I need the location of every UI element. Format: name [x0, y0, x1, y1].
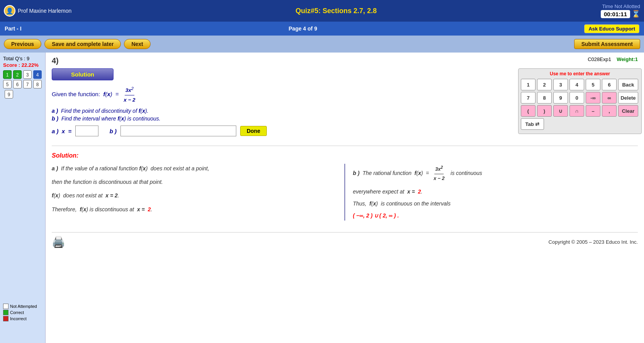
q-btn-8[interactable]: 8: [33, 80, 42, 88]
calc-btn-8[interactable]: 8: [537, 92, 552, 104]
calc-prompt: Use me to enter the answer: [521, 71, 639, 76]
sol-a-2: then the function is discontinuous at th…: [52, 177, 337, 187]
question-header: 4) C028Exp1 Weight:1: [52, 56, 638, 65]
calc-btn-delete[interactable]: Delete: [618, 92, 638, 104]
question-grid: 1 2 3 4 5 6 7 8: [3, 70, 42, 88]
calc-btn-4[interactable]: 4: [569, 79, 584, 90]
legend-incorrect: Incorrect: [3, 316, 42, 321]
previous-button[interactable]: Previous: [4, 39, 41, 49]
calc-btn-tab[interactable]: Tab ⇄: [521, 118, 544, 130]
main-layout: Total Q's : 9 Score : 22.22% 1 2 3 4 5 6…: [0, 53, 644, 343]
top-header: 👤 Prof Maxine Harlemon Quiz#5: Sections …: [0, 0, 644, 22]
calc-btn-open-paren[interactable]: (: [521, 105, 536, 117]
sol-b-intervals: ( −∞, 2 ) ∪ ( 2, ∞ ) .: [353, 211, 638, 221]
time-label: Time Not Allotted: [601, 3, 640, 9]
solution-button[interactable]: Solution: [52, 68, 114, 80]
fraction-display: 3x2 x − 2: [123, 84, 136, 105]
solution-columns: a ) If the value of a rational function …: [52, 164, 638, 221]
user-avatar: 👤: [4, 5, 15, 17]
calc-btn-comma[interactable]: ,: [602, 105, 617, 117]
solution-section: Solution: a ) If the value of a rational…: [52, 146, 638, 221]
legend-correct: Correct: [3, 310, 42, 315]
done-button[interactable]: Done: [240, 126, 267, 136]
q-btn-2[interactable]: 2: [13, 70, 22, 79]
calc-btn-back[interactable]: Back: [618, 79, 638, 90]
calc-btn-neg-inf[interactable]: -∞: [586, 92, 600, 104]
part-a-question: a ) Find the point of discontinuity of f…: [52, 108, 508, 114]
next-button[interactable]: Next: [124, 39, 150, 49]
legend-label-incorrect: Incorrect: [10, 316, 27, 321]
calc-btn-6[interactable]: 6: [602, 79, 617, 90]
sol-b-1: b ) The rational function f(x) = 3x2 x −…: [353, 164, 638, 183]
nav-buttons: Previous Save and complete later Next: [4, 39, 151, 49]
q-btn-1[interactable]: 1: [3, 70, 12, 79]
q-btn-3[interactable]: 3: [23, 70, 32, 79]
content-footer: 🖨️ Copyright © 2005 – 2023 Educo Int. In…: [52, 232, 638, 248]
user-info: 👤 Prof Maxine Harlemon: [4, 5, 71, 17]
content-area: 4) C028Exp1 Weight:1 Solution Given the …: [46, 53, 644, 343]
time-section: Time Not Allotted 00:01:11 ⌛: [601, 3, 640, 18]
calc-btn-intersect[interactable]: ∩: [569, 105, 584, 117]
q-btn-7[interactable]: 7: [23, 80, 32, 88]
solution-left: a ) If the value of a rational function …: [52, 164, 345, 221]
answer-b-input[interactable]: [120, 126, 236, 136]
calc-btn-close-paren[interactable]: ): [537, 105, 552, 117]
calc-row-2: 7 8 9 0 -∞ ∞ Delete: [521, 92, 639, 104]
q-btn-9[interactable]: 9: [5, 90, 13, 98]
sol-a-intro: a ) If the value of a rational function …: [52, 164, 337, 173]
part-label: Part - I: [5, 25, 22, 32]
calc-btn-5[interactable]: 5: [586, 79, 600, 90]
submit-assessment-button[interactable]: Submit Assessment: [574, 39, 640, 49]
calc-btn-0[interactable]: 0: [569, 92, 584, 104]
save-later-button[interactable]: Save and complete later: [44, 39, 121, 49]
part-b-question: b ) Find the interval where f(x) is cont…: [52, 115, 508, 122]
calc-btn-9[interactable]: 9: [553, 92, 568, 104]
calc-btn-7[interactable]: 7: [521, 92, 536, 104]
question-weight: Weight:1: [617, 56, 638, 62]
question-number: 4): [52, 56, 59, 65]
calc-row-1: 1 2 3 4 5 6 Back: [521, 79, 639, 90]
calculator-panel: Use me to enter the answer 1 2 3 4 5 6 B…: [514, 68, 638, 136]
question-left: Solution Given the function: f(x) = 3x2 …: [52, 68, 508, 136]
legend-box-red: [3, 316, 8, 321]
q-btn-6[interactable]: 6: [13, 80, 22, 88]
question-code: C028Exp1: [588, 56, 611, 62]
legend-box-white: [3, 304, 8, 309]
calc-btn-pos-inf[interactable]: ∞: [602, 92, 617, 104]
total-qs: Total Q's : 9: [3, 56, 42, 61]
sol-b-3: Thus, f(x) is continuous on the interval…: [353, 199, 638, 209]
question-meta: C028Exp1 Weight:1: [588, 56, 638, 62]
left-sidebar: Total Q's : 9 Score : 22.22% 1 2 3 4 5 6…: [0, 53, 46, 343]
score: Score : 22.22%: [3, 62, 42, 68]
username: Prof Maxine Harlemon: [18, 8, 71, 14]
calc-btn-3[interactable]: 3: [553, 79, 568, 90]
answer-a-input[interactable]: [75, 126, 98, 136]
q-btn-4[interactable]: 4: [33, 70, 42, 79]
calc-btn-union[interactable]: ∪: [553, 105, 568, 117]
calc-panel: Use me to enter the answer 1 2 3 4 5 6 B…: [518, 68, 642, 134]
calc-btn-2[interactable]: 2: [537, 79, 552, 90]
answer-row: a ) x = b ) Done: [52, 126, 508, 136]
time-value: 00:01:11: [601, 10, 630, 18]
print-icon[interactable]: 🖨️: [52, 236, 65, 248]
function-display: Given the function: f(x) = 3x2 x − 2: [52, 84, 508, 105]
legend-not-attempted: Not Attempted: [3, 304, 42, 309]
question-content: Solution Given the function: f(x) = 3x2 …: [52, 68, 638, 136]
part-bar: Part - I Page 4 of 9 Ask Educo Support: [0, 22, 644, 36]
calc-btn-1[interactable]: 1: [521, 79, 536, 90]
sol-a-4: Therefore, f(x) is discontinuous at x = …: [52, 205, 337, 214]
legend-box-green: [3, 310, 8, 315]
calc-row-3: ( ) ∪ ∩ – , Clear: [521, 105, 639, 117]
nav-bar: Previous Save and complete later Next Su…: [0, 36, 644, 53]
sol-b-2: everywhere expect at x = 2.: [353, 187, 638, 197]
sol-a-3: f(x) does not exist at x = 2.: [52, 191, 337, 200]
solution-right: b ) The rational function f(x) = 3x2 x −…: [345, 164, 638, 221]
q-btn-5[interactable]: 5: [3, 80, 12, 88]
legend-label-correct: Correct: [10, 310, 24, 315]
question-parts: a ) Find the point of discontinuity of f…: [52, 108, 508, 122]
calc-btn-clear[interactable]: Clear: [618, 105, 638, 117]
legend: Not Attempted Correct Incorrect: [0, 302, 45, 324]
calc-btn-minus[interactable]: –: [586, 105, 600, 117]
calc-row-4: Tab ⇄: [521, 118, 639, 130]
ask-support-button[interactable]: Ask Educo Support: [584, 24, 639, 33]
